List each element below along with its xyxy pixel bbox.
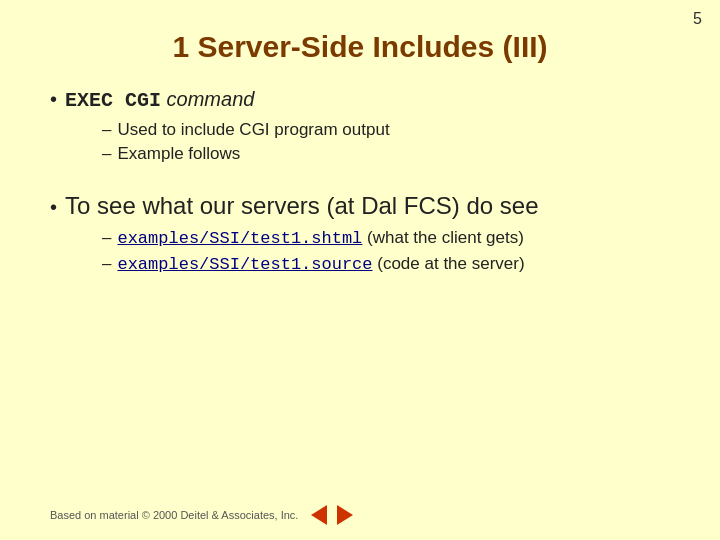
prev-button[interactable] bbox=[308, 504, 330, 526]
command-italic: command bbox=[161, 88, 254, 110]
sub-bullet-1-2-text: Example follows bbox=[117, 144, 240, 164]
sub-bullet-2-2-content: examples/SSI/test1.source (code at the s… bbox=[117, 254, 524, 274]
bullet-dot-2: • bbox=[50, 196, 57, 219]
sub-bullets-2: – examples/SSI/test1.shtml (what the cli… bbox=[102, 228, 670, 274]
sub-bullets-1: – Used to include CGI program output – E… bbox=[102, 120, 670, 164]
bullet-dot-1: • bbox=[50, 88, 57, 111]
footer-text: Based on material © 2000 Deitel & Associ… bbox=[50, 509, 298, 521]
bullet-section-1: • EXEC CGI command – Used to include CGI… bbox=[50, 88, 670, 164]
sub-bullet-1-1-text: Used to include CGI program output bbox=[117, 120, 389, 140]
sub-bullet-2-2: – examples/SSI/test1.source (code at the… bbox=[102, 254, 670, 274]
sub-bullet-2-1-content: examples/SSI/test1.shtml (what the clien… bbox=[117, 228, 523, 248]
bullet-2-main: • To see what our servers (at Dal FCS) d… bbox=[50, 192, 670, 220]
next-button[interactable] bbox=[334, 504, 356, 526]
sub-bullet-2-2-suffix: (code at the server) bbox=[373, 254, 525, 273]
footer: Based on material © 2000 Deitel & Associ… bbox=[50, 504, 356, 526]
slide-title: 1 Server-Side Includes (III) bbox=[50, 30, 670, 64]
bullet-2-text: To see what our servers (at Dal FCS) do … bbox=[65, 192, 539, 220]
bullet-1-main: • EXEC CGI command bbox=[50, 88, 670, 112]
next-arrow-icon bbox=[337, 505, 353, 525]
sub-bullet-1-1: – Used to include CGI program output bbox=[102, 120, 670, 140]
bullet-1-text: EXEC CGI command bbox=[65, 88, 254, 112]
sub-bullet-1-2: – Example follows bbox=[102, 144, 670, 164]
sub-bullet-2-1-suffix: (what the client gets) bbox=[362, 228, 524, 247]
nav-buttons bbox=[308, 504, 356, 526]
sub-bullet-2-1: – examples/SSI/test1.shtml (what the cli… bbox=[102, 228, 670, 248]
prev-arrow-icon bbox=[311, 505, 327, 525]
slide: 5 1 Server-Side Includes (III) • EXEC CG… bbox=[0, 0, 720, 540]
link-2[interactable]: examples/SSI/test1.source bbox=[117, 255, 372, 274]
slide-number: 5 bbox=[693, 10, 702, 28]
link-1[interactable]: examples/SSI/test1.shtml bbox=[117, 229, 362, 248]
exec-cgi-code: EXEC CGI bbox=[65, 89, 161, 112]
bullet-section-2: • To see what our servers (at Dal FCS) d… bbox=[50, 192, 670, 274]
